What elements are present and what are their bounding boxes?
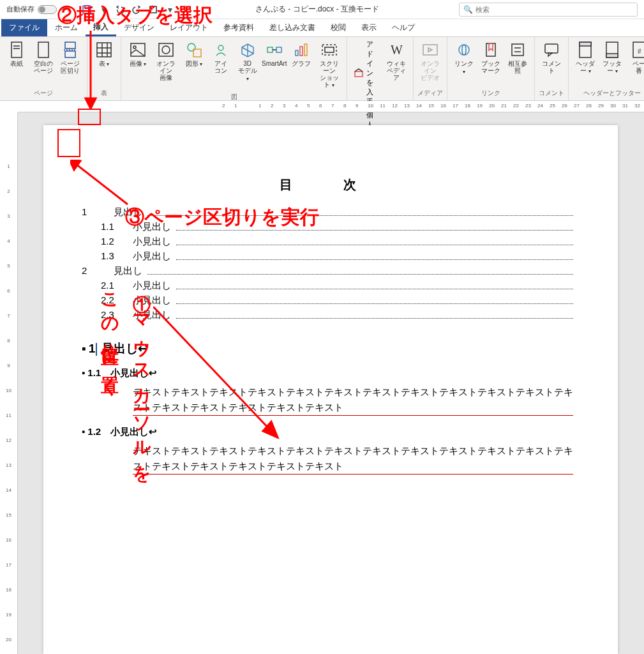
group-media: オンライン ビデオ メディア bbox=[414, 37, 447, 100]
page-number-label: ペー 番 bbox=[633, 60, 644, 74]
page-break-button[interactable]: ページ 区切り bbox=[57, 38, 83, 87]
group-comments-label: コメント bbox=[539, 87, 564, 99]
group-pages: 表紙 空白の ページ ページ 区切り ページ bbox=[0, 37, 87, 100]
svg-point-25 bbox=[188, 43, 195, 51]
screenshot-icon bbox=[320, 41, 338, 59]
tab-view[interactable]: 表示 bbox=[354, 19, 384, 36]
toc-title: 目 次 bbox=[82, 176, 573, 194]
footer-button[interactable]: フッター bbox=[599, 38, 625, 87]
group-pages-label: ページ bbox=[4, 87, 83, 99]
3d-model-button[interactable]: 3D モデル bbox=[235, 38, 260, 91]
svg-rect-31 bbox=[267, 47, 273, 52]
cover-page-button[interactable]: 表紙 bbox=[4, 38, 29, 87]
body-text-2[interactable]: テキストテキストテキストテキストテキストテキストテキストテキストテキストテキスト… bbox=[133, 443, 573, 475]
toc-line[interactable]: 2見出し bbox=[82, 265, 573, 277]
group-header-footer: ヘッダー フッター #ペー 番 ヘッダーとフッター bbox=[569, 37, 644, 100]
svg-rect-48 bbox=[512, 44, 523, 56]
get-addins-label: アドインを入手 bbox=[366, 40, 380, 107]
image-button[interactable]: 画像 bbox=[125, 38, 151, 91]
comment-button[interactable]: コメント bbox=[539, 38, 564, 87]
toc-line[interactable]: 2.2小見出し bbox=[82, 294, 573, 307]
shapes-icon bbox=[185, 41, 203, 59]
tab-file[interactable]: ファイル bbox=[1, 19, 47, 36]
3d-model-label: 3D モデル bbox=[238, 60, 257, 82]
svg-marker-1 bbox=[86, 98, 96, 109]
icons-button[interactable]: アイ コン bbox=[208, 38, 234, 91]
toc-line[interactable]: 1.2小見出し bbox=[82, 236, 573, 248]
group-addins: アドインを入手 個人用アドイン ▾ Wウィキ ペディア アドイン bbox=[347, 37, 414, 100]
toggle-switch[interactable] bbox=[38, 5, 57, 14]
highlight-insert-tab bbox=[78, 109, 101, 125]
svg-rect-13 bbox=[65, 42, 75, 49]
image-label: 画像 bbox=[130, 60, 146, 67]
svg-rect-12 bbox=[38, 42, 49, 57]
screenshot-button[interactable]: スクリーン ショット bbox=[315, 38, 343, 91]
chart-icon bbox=[292, 41, 310, 59]
toc-num: 2 bbox=[82, 265, 114, 277]
table-label: 表 bbox=[99, 60, 109, 67]
link-button[interactable]: リンク bbox=[451, 38, 477, 87]
h1-num: 1 bbox=[82, 342, 95, 355]
tab-references[interactable]: 参考資料 bbox=[216, 19, 262, 36]
bookmark-icon bbox=[482, 41, 500, 59]
comment-icon bbox=[543, 41, 560, 59]
search-box[interactable]: 🔍 bbox=[459, 3, 638, 17]
svg-rect-16 bbox=[97, 43, 111, 57]
store-icon bbox=[354, 68, 364, 79]
arrow-2 bbox=[83, 31, 98, 110]
h2-12-num: 1.2 bbox=[82, 426, 101, 437]
online-image-button[interactable]: オンライン 画像 bbox=[152, 38, 180, 91]
blank-page-icon bbox=[34, 41, 52, 59]
online-image-icon bbox=[157, 41, 175, 59]
svg-rect-46 bbox=[486, 43, 495, 56]
cross-reference-button[interactable]: 相互参照 bbox=[505, 38, 530, 87]
toc-line[interactable]: 1.3小見出し bbox=[82, 250, 573, 262]
link-label: リンク bbox=[454, 60, 474, 75]
tab-mailings[interactable]: 差し込み文書 bbox=[262, 19, 323, 36]
vertical-ruler[interactable]: 1234567891011121314151617181920212223 bbox=[0, 112, 18, 654]
online-image-label: オンライン 画像 bbox=[154, 60, 177, 81]
bookmark-button[interactable]: ブックマーク bbox=[478, 38, 504, 87]
smartart-button[interactable]: SmartArt bbox=[262, 38, 287, 91]
arrow-1 bbox=[153, 307, 281, 441]
page-number-button[interactable]: #ペー 番 bbox=[626, 38, 644, 87]
svg-rect-32 bbox=[276, 47, 281, 52]
screenshot-label: スクリーン ショット bbox=[320, 60, 339, 88]
toc-line[interactable]: 2.1小見出し bbox=[82, 280, 573, 292]
svg-rect-36 bbox=[304, 44, 307, 56]
horizontal-ruler[interactable]: 2112345678910111213141516171819202122232… bbox=[18, 101, 644, 112]
comment-label: コメント bbox=[541, 60, 562, 74]
toc-leader bbox=[176, 248, 573, 260]
shapes-button[interactable]: 図形 bbox=[181, 38, 207, 91]
svg-line-4 bbox=[153, 307, 271, 431]
header-button[interactable]: ヘッダー bbox=[573, 38, 598, 87]
svg-marker-47 bbox=[489, 43, 493, 50]
svg-point-27 bbox=[218, 45, 223, 50]
toc-leader bbox=[176, 277, 573, 289]
toc-text: 見出し bbox=[114, 265, 142, 277]
svg-marker-43 bbox=[428, 48, 432, 52]
header-icon bbox=[576, 41, 594, 59]
get-addins-button[interactable]: アドインを入手 bbox=[351, 38, 382, 108]
chart-button[interactable]: グラフ bbox=[288, 38, 314, 91]
blank-page-label: 空白の ページ bbox=[34, 60, 53, 74]
search-input[interactable] bbox=[476, 6, 633, 13]
wikipedia-label: ウィキ ペディア bbox=[386, 60, 407, 81]
xref-label: 相互参照 bbox=[507, 60, 528, 74]
header-label: ヘッダー bbox=[576, 60, 595, 74]
page-break-icon bbox=[61, 41, 79, 59]
svg-point-24 bbox=[162, 46, 170, 54]
cover-page-icon bbox=[8, 41, 26, 59]
tab-help[interactable]: ヘルプ bbox=[384, 19, 423, 36]
svg-point-22 bbox=[133, 46, 136, 49]
smartart-icon bbox=[266, 41, 283, 59]
svg-rect-38 bbox=[325, 47, 334, 52]
group-links-label: リンク bbox=[451, 87, 530, 99]
svg-point-45 bbox=[462, 45, 466, 55]
toc-leader bbox=[176, 233, 573, 245]
blank-page-button[interactable]: 空白の ページ bbox=[31, 38, 56, 87]
document-title: さんぷる - コピー.docx - 互換モード bbox=[176, 4, 459, 15]
annotation-1-line1: ①マウスカーソルを bbox=[128, 281, 154, 476]
toc-num: 1.3 bbox=[101, 250, 133, 262]
tab-review[interactable]: 校閲 bbox=[323, 19, 354, 36]
